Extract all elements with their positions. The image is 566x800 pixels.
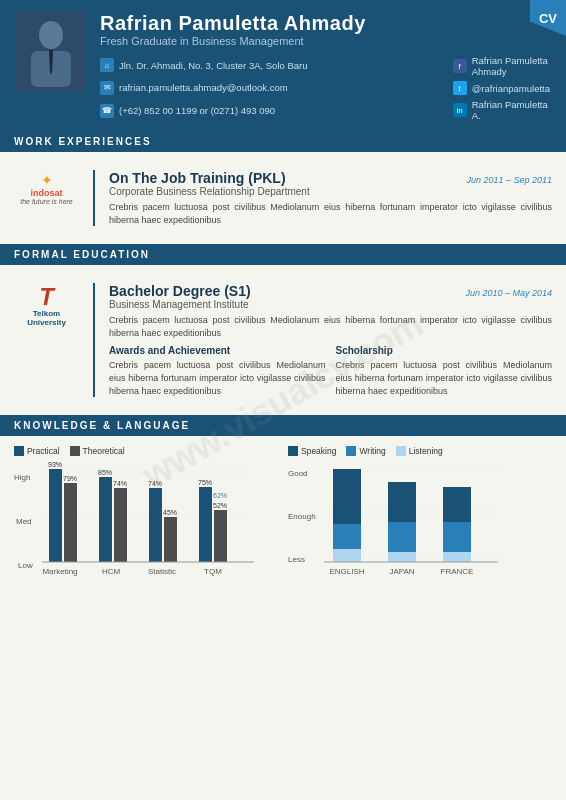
listening-color (396, 446, 406, 456)
speaking-color (288, 446, 298, 456)
france-listening-bar (443, 552, 471, 562)
marketing-theoretical-label: 79% (63, 475, 77, 482)
contact-phone: ☎ (+62) 852 00 1199 or (0271) 493 090 (100, 100, 280, 121)
social-facebook: f Rafrian Pamuletta Ahmady (453, 55, 550, 77)
svg-rect-3 (49, 50, 53, 55)
linkedin-icon: in (453, 103, 467, 117)
writing-label: Writing (359, 446, 385, 456)
work-description: Crebris pacem luctuosa post civilibus Me… (109, 201, 552, 226)
stacked-chart-svg: Good Enough Less ENGLISH JAPAN (288, 462, 498, 607)
svg-point-0 (39, 21, 63, 49)
legend-practical: Practical (14, 446, 60, 456)
telkom-logo: T TelkomUniversity (14, 283, 79, 397)
contact-list: ⌂ Jln. Dr. Ahmadi, No. 3, Cluster 3A, So… (100, 55, 433, 121)
english-listening-bar (333, 549, 361, 562)
edu-institution: Business Management Institute (109, 299, 552, 310)
work-experiences-header: WORK EXPERIENCES (0, 131, 566, 152)
tqm-extra-label: 62% (213, 492, 227, 499)
y-label-high: High (14, 473, 30, 482)
facebook-icon: f (453, 59, 467, 73)
twitter-icon: t (453, 81, 467, 95)
awards-text: Crebris pacem luctuosa post civilibus Me… (109, 359, 326, 397)
formal-education-body: T TelkomUniversity Bachelor Degree (S1) … (0, 265, 566, 415)
hcm-theoretical-bar (114, 488, 127, 562)
japan-listening-bar (388, 552, 416, 562)
edu-item-s1: T TelkomUniversity Bachelor Degree (S1) … (14, 275, 552, 405)
header-info: Rafrian Pamuletta Ahmady Fresh Graduate … (100, 12, 550, 121)
y-label-low: Low (18, 561, 33, 570)
knowledge-language-header: KNOWLEDGE & LANGUAGE (0, 415, 566, 436)
contact-address: ⌂ Jln. Dr. Ahmadi, No. 3, Cluster 3A, So… (100, 55, 308, 76)
x-label-marketing: Marketing (42, 567, 77, 576)
work-divider (93, 170, 95, 226)
home-icon: ⌂ (100, 58, 114, 72)
writing-color (346, 446, 356, 456)
edu-content-s1: Bachelor Degree (S1) Jun 2010 – May 2014… (109, 283, 552, 397)
x-label-hcm: HCM (102, 567, 121, 576)
header: Rafrian Pamuletta Ahmady Fresh Graduate … (0, 0, 566, 131)
practical-label: Practical (27, 446, 60, 456)
edu-awards-row: Awards and Achievement Crebris pacem luc… (109, 345, 552, 397)
work-title: On The Job Training (PKL) (109, 170, 286, 186)
marketing-theoretical-bar (64, 483, 77, 562)
y2-label-enough: Enough (288, 512, 316, 521)
english-speaking-bar (333, 469, 361, 524)
edu-description: Crebris pacem luctuosa post civilibus Me… (109, 314, 552, 339)
tqm-practical-bar (199, 487, 212, 562)
practical-color (14, 446, 24, 456)
scholarship-title: Scholarship (336, 345, 553, 356)
bar-chart-legend: Practical Theoretical (14, 446, 278, 456)
candidate-title: Fresh Graduate in Business Management (100, 35, 550, 47)
x-label-english: ENGLISH (329, 567, 364, 576)
edu-title: Bachelor Degree (S1) (109, 283, 251, 299)
formal-education-header: FORMAL EDUCATION (0, 244, 566, 265)
work-title-row: On The Job Training (PKL) Jun 2011 – Sep… (109, 170, 552, 186)
work-department: Corporate Business Relationship Departme… (109, 186, 552, 197)
awards-title: Awards and Achievement (109, 345, 326, 356)
stacked-chart-container: Speaking Writing Listening Good Enough L… (288, 446, 552, 609)
hcm-theoretical-label: 74% (113, 480, 127, 487)
work-date: Jun 2011 – Sep 2011 (466, 175, 552, 185)
bar-chart-container: Practical Theoretical High Med Low 93% (14, 446, 278, 609)
indosat-logo: ✦ indosat the future is here (14, 170, 79, 226)
candidate-name: Rafrian Pamuletta Ahmady (100, 12, 550, 35)
bar-chart-svg: High Med Low 93% 79% 85% 74% 74% 45% (14, 462, 254, 607)
listening-label: Listening (409, 446, 443, 456)
y2-label-good: Good (288, 469, 308, 478)
hcm-practical-bar (99, 477, 112, 562)
legend-listening: Listening (396, 446, 443, 456)
france-writing-bar (443, 522, 471, 552)
theoretical-label: Theoretical (83, 446, 125, 456)
work-content-pkl: On The Job Training (PKL) Jun 2011 – Sep… (109, 170, 552, 226)
social-list: f Rafrian Pamuletta Ahmady t @rafrianpam… (453, 55, 550, 121)
knowledge-language-body: Practical Theoretical High Med Low 93% (0, 436, 566, 619)
marketing-practical-bar (49, 469, 62, 562)
marketing-practical-label: 93% (48, 462, 62, 468)
japan-writing-bar (388, 522, 416, 552)
x-label-france: FRANCE (441, 567, 474, 576)
y-label-med: Med (16, 517, 32, 526)
tqm-practical-label: 75% (198, 479, 212, 486)
english-writing-bar (333, 524, 361, 549)
x-label-statistic: Statistic (148, 567, 176, 576)
japan-speaking-bar (388, 482, 416, 522)
edu-title-row: Bachelor Degree (S1) Jun 2010 – May 2014 (109, 283, 552, 299)
statistic-practical-bar (149, 488, 162, 562)
statistic-theoretical-bar (164, 517, 177, 562)
avatar (16, 12, 86, 92)
y2-label-less: Less (288, 555, 305, 564)
awards-achievement-col: Awards and Achievement Crebris pacem luc… (109, 345, 326, 397)
work-experiences-body: ✦ indosat the future is here On The Job … (0, 152, 566, 244)
tqm-theoretical-bar (214, 510, 227, 562)
statistic-theoretical-label: 45% (163, 509, 177, 516)
phone-icon: ☎ (100, 104, 114, 118)
statistic-practical-label: 74% (148, 480, 162, 487)
edu-date: Jun 2010 – May 2014 (465, 288, 552, 298)
france-speaking-bar (443, 487, 471, 522)
theoretical-color (70, 446, 80, 456)
legend-writing: Writing (346, 446, 385, 456)
social-linkedin: in Rafrian Pamuletta A. (453, 99, 550, 121)
x-label-tqm: TQM (204, 567, 222, 576)
scholarship-text: Crebris pacem luctuosa post civilibus Me… (336, 359, 553, 397)
speaking-label: Speaking (301, 446, 336, 456)
